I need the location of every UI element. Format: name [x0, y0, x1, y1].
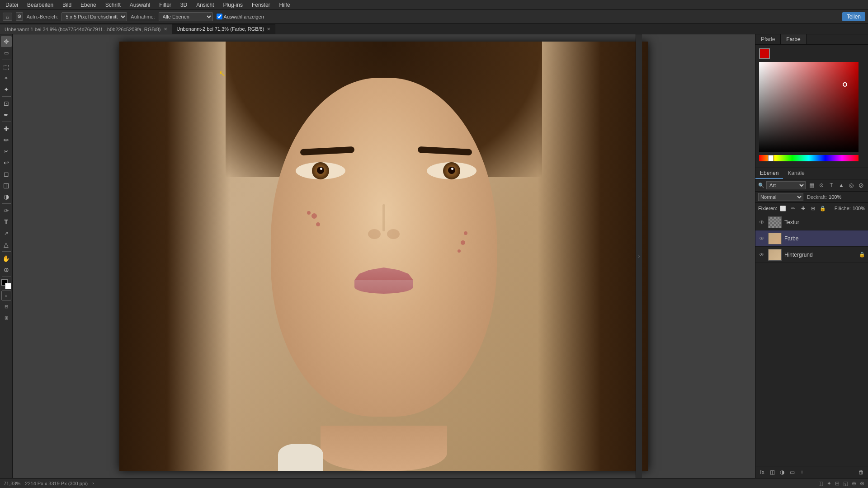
toolbar-separator-5 — [2, 251, 11, 252]
menu-ansicht[interactable]: Ansicht — [194, 1, 216, 9]
screen-mode-button[interactable]: ⊟ — [1, 301, 12, 312]
layers-tab-ebenen[interactable]: Ebenen — [755, 168, 783, 179]
menu-fenster[interactable]: Fenster — [250, 1, 272, 9]
menu-schrift[interactable]: Schrift — [104, 1, 123, 9]
menu-bild[interactable]: Bild — [61, 1, 73, 9]
mode-icons: ○ — [1, 291, 11, 300]
shape-tool-button[interactable]: △ — [1, 239, 12, 250]
healing-tool-button[interactable]: ✚ — [1, 123, 12, 134]
new-group-btn[interactable]: ▭ — [788, 468, 796, 476]
layer-item-textur[interactable]: 👁 Textur — [755, 214, 868, 230]
layer-filter-smart-btn[interactable]: ◎ — [847, 181, 855, 189]
add-layer-style-btn[interactable]: fx — [758, 468, 766, 476]
all-layers-select[interactable]: Alle Ebenen — [159, 12, 213, 21]
aufnahme-label: Aufnahme: — [131, 14, 155, 19]
marquee-tool-button[interactable]: ⬚ — [1, 61, 12, 72]
new-layer-btn[interactable]: + — [798, 468, 806, 476]
layer-filter-toggle-btn[interactable]: ⊘ — [857, 181, 865, 189]
gradient-tool-button[interactable]: ◫ — [1, 180, 12, 191]
menu-bearbeiten[interactable]: Bearbeiten — [25, 1, 55, 9]
collapse-arrow-icon: › — [638, 254, 640, 259]
layer-vis-farbe[interactable]: 👁 — [758, 235, 765, 242]
document-tab-2[interactable]: Unbenannt-2 bei 71,3% (Farbe, RGB/8) ✕ — [172, 24, 276, 34]
status-icon-3[interactable]: ⊟ — [835, 480, 840, 487]
background-color-swatch[interactable] — [5, 283, 11, 289]
layers-tab-kanaele[interactable]: Kanäle — [783, 168, 809, 179]
hue-slider-handle[interactable] — [768, 155, 774, 161]
panel-collapse-button[interactable]: › — [636, 34, 642, 478]
panel-tab-farbe[interactable]: Farbe — [781, 34, 806, 44]
acne-spot-6 — [464, 231, 467, 235]
menu-plugins[interactable]: Plug-ins — [222, 1, 245, 9]
quick-mask-button[interactable]: ○ — [1, 291, 11, 300]
tab1-label: Unbenannt-1 bei 34,9% (bca77544d76c791f…… — [5, 27, 161, 32]
layer-item-farbe[interactable]: 👁 Farbe — [755, 230, 868, 247]
lock-pixels-btn[interactable]: ⬜ — [779, 204, 787, 212]
lock-all-btn[interactable]: 🔒 — [819, 204, 827, 212]
eye-right — [427, 161, 476, 180]
acne-spot-1 — [311, 213, 317, 219]
layer-filter-select[interactable]: Art — [766, 181, 806, 189]
crop-tool-button[interactable]: ⊡ — [1, 98, 12, 109]
tab1-close-button[interactable]: ✕ — [164, 27, 167, 32]
zoom-tool-button[interactable]: ⊕ — [1, 264, 12, 275]
menu-bar: Datei Bearbeiten Bild Ebene Schrift Ausw… — [0, 0, 868, 10]
toolbar-separator-4 — [2, 203, 11, 204]
panel-tab-pfade[interactable]: Pfade — [755, 34, 781, 44]
pen-tool-button[interactable]: ✑ — [1, 205, 12, 216]
show-selection-label[interactable]: Auswahl anzeigen — [217, 14, 264, 19]
canvas-area[interactable]: › — [13, 34, 755, 478]
tab2-close-button[interactable]: ✕ — [267, 27, 270, 32]
wand-tool-button[interactable]: ✦ — [1, 84, 12, 95]
layer-vis-textur[interactable]: 👁 — [758, 219, 765, 226]
status-icon-2[interactable]: ✦ — [827, 480, 831, 487]
add-mask-btn[interactable]: ◫ — [768, 468, 776, 476]
frame-mode-button[interactable]: ⊞ — [1, 312, 12, 323]
eraser-tool-button[interactable]: ◻ — [1, 169, 12, 179]
text-tool-button[interactable]: T — [1, 216, 12, 227]
status-icon-6[interactable]: ⊗ — [860, 480, 864, 487]
lasso-tool-button[interactable]: ⌖ — [1, 73, 12, 84]
active-color-swatch[interactable] — [759, 48, 770, 59]
document-tab-1[interactable]: Unbenannt-1 bei 34,9% (bca77544d76c791f…… — [0, 24, 172, 34]
tool-presets-button[interactable]: ⚙ — [16, 12, 23, 21]
path-select-button[interactable]: ↗ — [1, 228, 12, 239]
layer-filter-adjust-btn[interactable]: ⊙ — [817, 181, 826, 189]
menu-hilfe[interactable]: Hilfe — [278, 1, 292, 9]
lock-position-btn[interactable]: ✚ — [799, 204, 807, 212]
menu-filter[interactable]: Filter — [157, 1, 173, 9]
show-selection-checkbox[interactable] — [217, 14, 222, 19]
layer-filter-pixel-btn[interactable]: ▦ — [807, 181, 816, 189]
layer-filter-type-btn[interactable]: T — [827, 181, 835, 189]
status-icon-4[interactable]: ◱ — [843, 480, 848, 487]
share-button[interactable]: Teilen — [842, 12, 865, 21]
eyedropper-tool-button[interactable]: ✒ — [1, 109, 12, 120]
layer-name-farbe: Farbe — [784, 235, 865, 242]
menu-3d[interactable]: 3D — [179, 1, 189, 9]
sample-size-select[interactable]: 5 x 5 Pixel Durchschnitt — [61, 12, 127, 21]
status-icon-1[interactable]: ◫ — [818, 480, 823, 487]
move-tool-button[interactable]: ✥ — [1, 36, 12, 47]
hand-tool-button[interactable]: ✋ — [1, 253, 12, 264]
stamp-tool-button[interactable]: ✂ — [1, 146, 12, 157]
color-gradient-picker[interactable] — [759, 62, 859, 152]
blend-mode-select[interactable]: Normal — [758, 193, 803, 201]
layers-panel-tabs: Ebenen Kanäle — [755, 168, 868, 179]
burn-tool-button[interactable]: ◑ — [1, 191, 12, 202]
hue-slider-bar[interactable] — [759, 155, 859, 161]
layer-vis-hintergrund[interactable]: 👁 — [758, 251, 765, 258]
lock-paint-btn[interactable]: ✏ — [789, 204, 797, 212]
history-brush-button[interactable]: ↩ — [1, 157, 12, 168]
lock-artboard-btn[interactable]: ⊟ — [809, 204, 817, 212]
artboard-tool-button[interactable]: ▭ — [1, 47, 12, 58]
menu-auswahl[interactable]: Auswahl — [128, 1, 152, 9]
brush-tool-button[interactable]: ✏ — [1, 135, 12, 145]
new-adjustment-layer-btn[interactable]: ◑ — [778, 468, 786, 476]
delete-layer-btn[interactable]: 🗑 — [857, 468, 865, 476]
layer-filter-shape-btn[interactable]: ▲ — [837, 181, 845, 189]
layer-item-hintergrund[interactable]: 👁 Hintergrund 🔒 — [755, 247, 868, 263]
status-icon-5[interactable]: ⊕ — [852, 480, 856, 487]
home-button[interactable]: ⌂ — [3, 13, 12, 21]
menu-datei[interactable]: Datei — [4, 1, 20, 9]
menu-ebene[interactable]: Ebene — [79, 1, 98, 9]
